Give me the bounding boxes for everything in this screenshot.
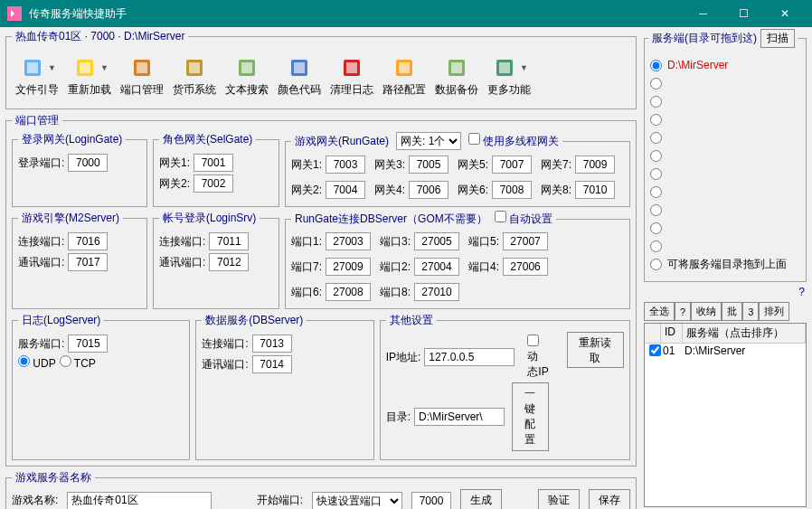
- loginsrv-conn-input[interactable]: [209, 232, 249, 250]
- server-radio-2[interactable]: [650, 95, 800, 108]
- svg-rect-15: [399, 62, 410, 73]
- server-radio-6[interactable]: [650, 167, 800, 180]
- svg-rect-13: [346, 62, 357, 73]
- server-radio-11[interactable]: 可将服务端目录拖到上面: [650, 258, 800, 270]
- port-mgmt-legend: 端口管理: [12, 113, 62, 128]
- toolbar-icon-4: [232, 55, 261, 80]
- server-radio-7[interactable]: [650, 185, 800, 198]
- server-radio-4[interactable]: [650, 131, 800, 144]
- toolbar-数据备份[interactable]: 数据备份: [431, 53, 482, 99]
- server-radio-9[interactable]: [650, 222, 800, 234]
- rundb-1-input[interactable]: [326, 232, 371, 250]
- logsrv-port-input[interactable]: [68, 335, 108, 353]
- selgate-1-input[interactable]: [194, 154, 233, 172]
- toolbar-文件引导[interactable]: ▼文件引导: [12, 53, 62, 99]
- server-radio-1[interactable]: [650, 77, 800, 90]
- rungate-3-input[interactable]: [409, 156, 448, 174]
- toolbar-颜色代码[interactable]: 颜色代码: [274, 53, 325, 99]
- toolbar-路径配置[interactable]: 路径配置: [379, 53, 430, 99]
- toolbar-重新加载[interactable]: ▼重新加载: [64, 53, 115, 99]
- app-icon: [7, 6, 22, 21]
- rungate-6-input[interactable]: [492, 181, 532, 199]
- toolbar-文本搜索[interactable]: 文本搜索: [222, 53, 272, 99]
- m2-comm-input[interactable]: [68, 253, 108, 271]
- fold-button[interactable]: 收纳: [691, 302, 722, 321]
- rundb-auto-checkbox[interactable]: 自动设置: [495, 211, 552, 227]
- dbsrv-comm-input[interactable]: [252, 355, 292, 373]
- rungate-8-input[interactable]: [575, 181, 615, 199]
- help-icon[interactable]: ?: [646, 286, 805, 298]
- loginsrv-comm-input[interactable]: [209, 253, 249, 271]
- rungate-7-input[interactable]: [575, 156, 615, 174]
- logsrv-legend: 日志(LogServer): [18, 313, 104, 328]
- minimize-button[interactable]: ─: [683, 0, 723, 27]
- logingate-port-input[interactable]: [68, 154, 108, 172]
- rundb-2-input[interactable]: [414, 258, 459, 276]
- rundb-6-input[interactable]: [326, 283, 371, 301]
- list-id-header[interactable]: ID: [661, 324, 683, 343]
- rungate-multi-checkbox[interactable]: 使用多线程网关: [468, 133, 559, 149]
- server-radio-5[interactable]: [650, 149, 800, 162]
- rundb-8-input[interactable]: [414, 283, 459, 301]
- batch-button[interactable]: 批: [722, 302, 742, 321]
- startport-input[interactable]: [411, 492, 451, 510]
- toolbar-端口管理[interactable]: 端口管理: [117, 53, 167, 99]
- generate-button[interactable]: 生成: [460, 489, 502, 509]
- logsrv-tcp-radio[interactable]: TCP: [60, 355, 96, 370]
- svg-rect-11: [294, 62, 305, 73]
- scan-button[interactable]: 扫描: [760, 29, 795, 48]
- maximize-button[interactable]: ☐: [723, 0, 764, 27]
- rungate-2-input[interactable]: [326, 181, 365, 199]
- onekey-config-button[interactable]: 一键配置: [512, 382, 549, 451]
- list-path-header[interactable]: 服务端（点击排序）: [683, 324, 806, 343]
- rundb-7-input[interactable]: [326, 258, 371, 276]
- sort-button[interactable]: 排列: [759, 302, 789, 321]
- gamename-legend: 游戏服务器名称: [12, 470, 95, 485]
- rundb-3-input[interactable]: [414, 232, 459, 250]
- n3-button[interactable]: 3: [742, 302, 759, 321]
- list-check-header[interactable]: [645, 324, 661, 343]
- svg-rect-5: [137, 62, 147, 73]
- rungate-4-input[interactable]: [409, 181, 448, 199]
- rungate-5-input[interactable]: [492, 156, 532, 174]
- ip-input[interactable]: [424, 348, 515, 366]
- quickport-select[interactable]: 快速设置端口: [312, 492, 402, 510]
- toolbar-货币系统[interactable]: 货币系统: [169, 53, 220, 99]
- server-list-row[interactable]: 01 D:\MirServer: [645, 344, 806, 360]
- toolbar-更多功能[interactable]: ▼更多功能: [484, 53, 534, 99]
- gamename-input[interactable]: [67, 492, 212, 510]
- logingate-legend: 登录网关(LoginGate): [18, 132, 126, 147]
- rungate-legend: 游戏网关(RunGate): [295, 134, 389, 149]
- other-legend: 其他设置: [386, 313, 437, 328]
- chevron-down-icon: ▼: [48, 63, 56, 72]
- srv-help-button[interactable]: ?: [675, 302, 691, 321]
- toolbar-icon-5: [285, 55, 314, 80]
- save-button[interactable]: 保存: [589, 489, 630, 509]
- verify-button[interactable]: 验证: [538, 489, 580, 509]
- logingate-port-label: 登录端口:: [18, 156, 64, 171]
- server-radio-3[interactable]: [650, 113, 800, 126]
- reread-button[interactable]: 重新读取: [567, 332, 624, 368]
- selgate-2-input[interactable]: [194, 174, 233, 193]
- server-radio-0[interactable]: D:\MirServer: [650, 59, 800, 71]
- selectall-button[interactable]: 全选: [644, 302, 675, 321]
- logsrv-udp-radio[interactable]: UDP: [18, 355, 56, 370]
- loginsrv-legend: 帐号登录(LoginSrv): [159, 211, 260, 226]
- svg-rect-9: [241, 62, 252, 73]
- rungate-count-select[interactable]: 网关: 1个: [396, 132, 461, 150]
- rundb-5-input[interactable]: [503, 232, 548, 250]
- rungate-1-input[interactable]: [326, 156, 365, 174]
- chevron-down-icon: ▼: [100, 63, 109, 72]
- server-radio-10[interactable]: [650, 240, 800, 252]
- toolbar-清理日志[interactable]: 清理日志: [326, 53, 377, 99]
- selgate-legend: 角色网关(SelGate): [159, 132, 256, 147]
- row-checkbox[interactable]: [649, 344, 661, 356]
- dynip-checkbox[interactable]: 动态IP: [527, 335, 548, 380]
- breadcrumb: 热血传奇01区 · 7000 · D:\MirServer: [12, 29, 188, 44]
- close-button[interactable]: ✕: [764, 0, 805, 27]
- server-radio-8[interactable]: [650, 203, 800, 216]
- dir-input[interactable]: [414, 408, 505, 426]
- rundb-4-input[interactable]: [503, 258, 548, 276]
- dbsrv-conn-input[interactable]: [252, 335, 292, 353]
- m2-conn-input[interactable]: [68, 232, 108, 250]
